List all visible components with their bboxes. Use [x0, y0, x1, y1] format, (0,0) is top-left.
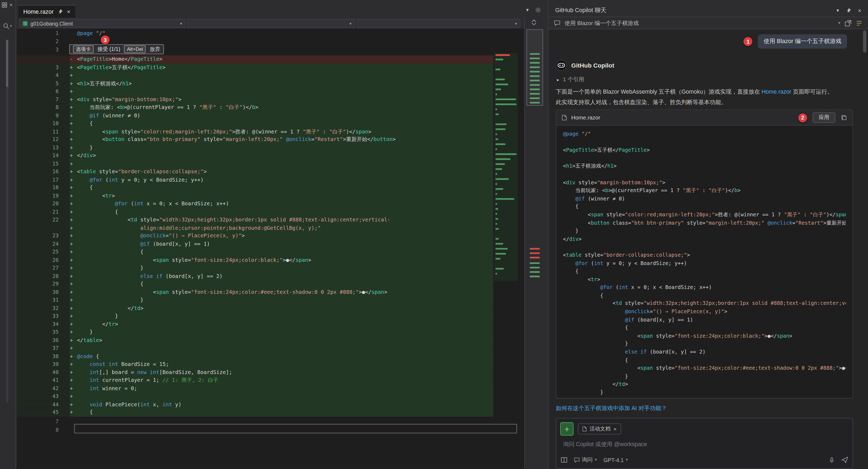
code-line[interactable]: 3+<PageTitle>五子棋</PageTitle>	[17, 63, 493, 71]
code-line[interactable]: 4+	[17, 71, 493, 80]
send-icon[interactable]	[841, 457, 848, 463]
add-context-button[interactable]: +	[560, 422, 573, 435]
code-line[interactable]: 13+ }	[17, 144, 493, 152]
code-text: <tr>	[77, 192, 493, 200]
member-dropdown[interactable]: ▾	[356, 19, 521, 28]
chevron-down-icon[interactable]: ▾	[526, 7, 529, 13]
split-editor-icon[interactable]	[531, 20, 537, 26]
close-icon[interactable]: ×	[613, 426, 617, 432]
code-line[interactable]: 8+ 当前玩家: <b>@(currentPlayer == 1 ? "黑子" …	[17, 103, 493, 112]
thread-selector[interactable]: 使用 Blazor 编一个五子棋游戏	[565, 19, 639, 27]
code-text: else if (board[x, y] == 2)	[77, 272, 493, 280]
code-line[interactable]: 45+ {	[17, 408, 493, 416]
type-dropdown[interactable]: ▾	[187, 19, 355, 28]
code-line[interactable]: 37+	[17, 344, 493, 352]
history-icon[interactable]	[856, 20, 863, 26]
line-number: 6	[17, 88, 70, 96]
minimap[interactable]	[494, 53, 518, 281]
layout-columns-icon[interactable]	[561, 457, 568, 463]
close-icon[interactable]: ×	[9, 2, 13, 8]
code-line[interactable]: 20+ @for (int x = 0; x < BoardSize; x++)	[17, 200, 493, 208]
code-line[interactable]: 26+ <span style="font-size:24px;color:bl…	[17, 256, 493, 264]
panel-grid-icon[interactable]	[2, 2, 7, 7]
code-line[interactable]: 17+ @for (int y = 0; y < BoardSize; y++)	[17, 176, 493, 184]
scrollbar-thumb[interactable]	[6, 40, 8, 87]
code-line[interactable]: 9+ @if (winner ≠ 0)	[17, 112, 493, 120]
minimap-line	[496, 258, 501, 259]
scroll-mark	[530, 271, 540, 273]
close-icon[interactable]: ×	[858, 7, 861, 14]
code-line[interactable]: 27+ }	[17, 264, 493, 272]
code-line[interactable]: 16+<table style="border-collapse:collaps…	[17, 168, 493, 176]
left-scrollbar[interactable]	[6, 40, 8, 402]
code-line[interactable]: 23+ @onclick="() ⇒ PlacePiece(x, y)">	[17, 232, 493, 240]
code-line[interactable]: 14+</div>	[17, 152, 493, 160]
code-line[interactable]: + align:middle;cursor:pointer;background…	[17, 224, 493, 232]
mic-icon[interactable]	[829, 457, 835, 463]
code-line[interactable]: 41+ int currentPlayer = 1; // 1: 黑子, 2: …	[17, 376, 493, 384]
project-dropdown[interactable]: g01Gobang.Client ▾	[20, 19, 185, 28]
code-line[interactable]: 32+ </td>	[17, 304, 493, 312]
apply-button[interactable]: 应用	[812, 113, 835, 123]
code-line[interactable]: -<PageTitle>Home</PageTitle>	[17, 56, 493, 63]
code-line[interactable]: 36+</table>	[17, 336, 493, 344]
code-line[interactable]: 43+	[17, 392, 493, 400]
code-editor[interactable]: 1@page "/"23 选项卡 接受 (1/1) Alt+Del 放弃 3 -…	[17, 29, 524, 469]
code-line[interactable]: 35+ }	[17, 328, 493, 336]
code-line[interactable]: 40+ int[,] board = new int[BoardSize, Bo…	[17, 368, 493, 376]
pin-icon[interactable]	[846, 8, 851, 13]
minimap-line	[496, 193, 497, 195]
code-line[interactable]: 39+ const int BoardSize = 15;	[17, 360, 493, 368]
tab-home-razor[interactable]: Home.razor ×	[18, 5, 75, 18]
search-icon[interactable]: ▾	[3, 23, 12, 29]
discard-button[interactable]: 放弃	[150, 46, 160, 53]
open-in-window-icon[interactable]	[845, 20, 851, 26]
line-number: 14	[17, 152, 70, 160]
model-selector[interactable]: GPT-4.1 ▾	[603, 457, 628, 463]
file-link[interactable]: Home.razor	[762, 89, 792, 95]
code-line[interactable]: 1@page "/"	[17, 29, 493, 37]
code-line[interactable]: 21+ {	[17, 208, 493, 216]
code-line[interactable]: 5+<h1>五子棋游戏</h1>	[17, 80, 493, 88]
code-line[interactable]: 11+ <span style="color:red;margin-left:2…	[17, 128, 493, 136]
code-line[interactable]: 29+ {	[17, 280, 493, 288]
close-icon[interactable]: ×	[67, 8, 70, 15]
left-toolbar: × ▾	[0, 0, 16, 469]
code-line[interactable]: 12+ <button class="btn btn-primary" styl…	[17, 136, 493, 144]
code-line[interactable]: 30+ <span style="font-size:24px;color:#e…	[17, 288, 493, 296]
chat-input[interactable]: 询问 Copilot 或使用 @workspace	[563, 440, 647, 448]
references-toggle[interactable]: ▸ 1 个引用	[557, 76, 584, 84]
accept-button[interactable]: 接受 (1/1)	[97, 46, 120, 53]
code-line[interactable]: 18+ {	[17, 184, 493, 192]
gear-icon[interactable]	[535, 7, 541, 13]
chat-scrollbar[interactable]	[863, 30, 866, 53]
code-line[interactable]: 15+	[17, 160, 493, 168]
chevron-down-icon[interactable]: ▾	[837, 8, 839, 13]
code-line[interactable]: 28+ else if (board[x, y] == 2)	[17, 272, 493, 280]
code-line[interactable]: 34+ </tr>	[17, 320, 493, 328]
code-line[interactable]: 25+ {	[17, 248, 493, 256]
mode-selector[interactable]: 询问 ▾	[574, 456, 597, 464]
context-chip-active-document[interactable]: 活动文档 ×	[578, 423, 621, 434]
editor-scrollbar-map[interactable]	[524, 17, 545, 469]
copy-icon[interactable]	[841, 115, 847, 121]
code-line[interactable]: 22+ <td style="width:32px;height:32px;bo…	[17, 216, 493, 224]
tab-key-button[interactable]: 选项卡	[73, 45, 93, 53]
code-line[interactable]: 42+ int winner = 0;	[17, 384, 493, 392]
code-text: <table style="border-collapse:collapse;"…	[77, 168, 493, 176]
followup-suggestion[interactable]: 如何在这个五子棋游戏中添加 AI 对手功能？	[556, 405, 667, 412]
altdel-key-button[interactable]: Alt+Del	[124, 45, 146, 53]
pin-icon[interactable]	[58, 9, 63, 14]
code-line[interactable]: 10+ {	[17, 120, 493, 128]
minimap-line	[496, 54, 510, 56]
chevron-down-icon[interactable]: ▾	[838, 21, 840, 26]
code-line[interactable]: 33+ }	[17, 312, 493, 320]
code-line[interactable]: 38+@code {	[17, 352, 493, 360]
code-line[interactable]: 7+<div style="margin-bottom:10px;">	[17, 96, 493, 103]
code-line[interactable]: 24+ @if (board[x, y] == 1)	[17, 240, 493, 248]
code-line[interactable]: 31+ }	[17, 296, 493, 304]
code-line[interactable]: 6+	[17, 88, 493, 96]
code-line[interactable]: 19+ <tr>	[17, 192, 493, 200]
tab-title: Home.razor	[23, 8, 54, 15]
code-line[interactable]: 44+ void PlacePiece(int x, int y)	[17, 400, 493, 408]
